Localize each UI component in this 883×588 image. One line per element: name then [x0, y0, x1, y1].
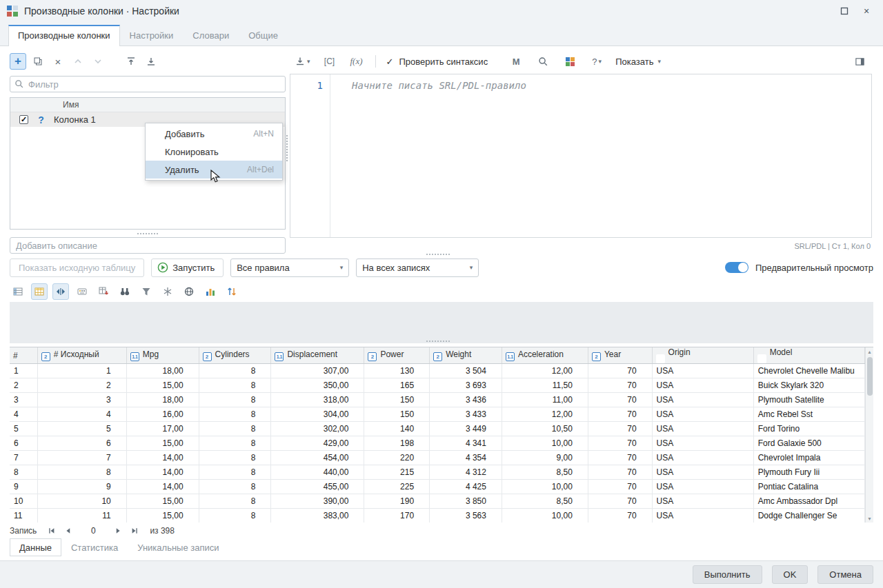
table-cell[interactable]: 3: [37, 393, 126, 407]
table-cell[interactable]: 15,00: [126, 509, 199, 523]
table-cell[interactable]: USA: [652, 436, 753, 451]
column-header[interactable]: 2Year: [588, 347, 652, 364]
table-cell[interactable]: 70: [588, 407, 652, 422]
table-cell[interactable]: 440,00: [271, 465, 364, 480]
table-cell[interactable]: 3 504: [430, 364, 502, 378]
table-cell[interactable]: 6: [10, 436, 37, 451]
check-syntax-button[interactable]: ✓ Проверить синтаксис: [386, 57, 488, 67]
table-row[interactable]: 7714,008454,002204 3549,0070USAChevrolet…: [10, 451, 865, 465]
decimals-settings-icon[interactable]: [159, 283, 176, 300]
table-cell[interactable]: 8: [199, 393, 271, 407]
table-cell[interactable]: 383,00: [271, 509, 364, 523]
table-cell[interactable]: 10: [37, 494, 126, 509]
column-header[interactable]: 1.1Acceleration: [502, 347, 588, 364]
code-editor[interactable]: 1 Начните писать SRL/PDL-правило: [290, 74, 872, 238]
table-cell[interactable]: USA: [652, 451, 753, 465]
close-icon[interactable]: ×: [857, 3, 876, 19]
tab-derived-columns[interactable]: Производные колонки: [8, 25, 120, 46]
filter-input[interactable]: [28, 79, 281, 90]
records-select[interactable]: На всех записях ▾: [356, 258, 479, 277]
comment-icon[interactable]: [C]: [321, 53, 338, 70]
field-list-icon[interactable]: [10, 283, 26, 300]
table-cell[interactable]: 10: [10, 494, 37, 509]
move-down-icon[interactable]: [90, 53, 106, 70]
table-cell[interactable]: 3 693: [430, 378, 502, 393]
table-cell[interactable]: 307,00: [271, 364, 364, 378]
table-cell[interactable]: USA: [652, 480, 753, 494]
table-cell[interactable]: Buick Skylark 320: [753, 378, 864, 393]
add-column-button[interactable]: +: [10, 53, 26, 70]
record-number[interactable]: 0: [78, 526, 108, 536]
table-cell[interactable]: 18,00: [126, 393, 199, 407]
table-cell[interactable]: 390,00: [271, 494, 364, 509]
table-cell[interactable]: Chevrolet Impala: [753, 451, 864, 465]
table-cell[interactable]: Amc Ambassador Dpl: [753, 494, 864, 509]
table-cell[interactable]: 150: [364, 407, 430, 422]
table-cell[interactable]: 70: [588, 364, 652, 378]
export-rules-icon[interactable]: [123, 53, 139, 70]
macros-icon[interactable]: M: [508, 53, 524, 70]
execute-button[interactable]: Выполнить: [693, 565, 762, 584]
data-grid-icon[interactable]: [31, 283, 48, 300]
table-cell[interactable]: 454,00: [271, 451, 364, 465]
column-header[interactable]: Origin: [652, 347, 753, 364]
table-cell[interactable]: 1: [10, 364, 37, 378]
table-cell[interactable]: 14,00: [126, 465, 199, 480]
insert-rule-icon[interactable]: ▾: [294, 53, 311, 70]
table-cell[interactable]: 4: [37, 407, 126, 422]
table-cell[interactable]: 70: [588, 480, 652, 494]
table-cell[interactable]: 11: [37, 509, 126, 523]
column-header[interactable]: 2Power: [364, 347, 430, 364]
table-cell[interactable]: 8: [199, 451, 271, 465]
table-cell[interactable]: 3 850: [430, 494, 502, 509]
table-cell[interactable]: 4 312: [430, 465, 502, 480]
table-cell[interactable]: 11,00: [502, 393, 588, 407]
description-input[interactable]: [16, 241, 279, 251]
table-cell[interactable]: 7: [37, 451, 126, 465]
table-cell[interactable]: 8: [10, 465, 37, 480]
table-row[interactable]: 101015,008390,001903 8508,5070USAAmc Amb…: [10, 494, 865, 509]
table-cell[interactable]: Plymouth Satellite: [753, 393, 864, 407]
maximize-icon[interactable]: [835, 3, 854, 19]
table-cell[interactable]: 8: [37, 465, 126, 480]
rules-select[interactable]: Все правила ▾: [230, 258, 349, 277]
table-cell[interactable]: 8,50: [502, 494, 588, 509]
table-cell[interactable]: 165: [364, 378, 430, 393]
table-cell[interactable]: 225: [364, 480, 430, 494]
scroll-up-icon[interactable]: ▲: [867, 347, 872, 356]
table-row[interactable]: 8814,008440,002154 3128,5070USAPlymouth …: [10, 465, 865, 480]
table-cell[interactable]: 304,00: [271, 407, 364, 422]
table-cell[interactable]: Chevrolet Chevelle Malibu: [753, 364, 864, 378]
delete-column-icon[interactable]: ×: [50, 53, 66, 70]
table-cell[interactable]: 70: [588, 494, 652, 509]
column-header[interactable]: 1.1Displacement: [271, 347, 364, 364]
table-cell[interactable]: 455,00: [271, 480, 364, 494]
table-cell[interactable]: 14,00: [126, 480, 199, 494]
table-cell[interactable]: 302,00: [271, 422, 364, 436]
table-cell[interactable]: 3: [10, 393, 37, 407]
expand-panel-icon[interactable]: [851, 53, 868, 70]
prev-record-icon[interactable]: [61, 525, 75, 537]
table-cell[interactable]: 150: [364, 393, 430, 407]
show-source-table-button[interactable]: Показать исходную таблицу: [10, 258, 144, 277]
table-cell[interactable]: Ford Galaxie 500: [753, 436, 864, 451]
column-header[interactable]: 1.1Mpg: [126, 347, 199, 364]
table-cell[interactable]: 8: [199, 422, 271, 436]
table-cell[interactable]: 12,00: [502, 407, 588, 422]
table-row[interactable]: 2215,008350,001653 69311,5070USABuick Sk…: [10, 378, 865, 393]
panel-resize-handle[interactable]: [137, 233, 158, 234]
table-cell[interactable]: 429,00: [271, 436, 364, 451]
web-view-icon[interactable]: [181, 283, 197, 300]
table-cell[interactable]: 7: [10, 451, 37, 465]
table-cell[interactable]: 14,00: [126, 451, 199, 465]
table-cell[interactable]: 70: [588, 393, 652, 407]
table-cell[interactable]: USA: [652, 422, 753, 436]
vertical-scrollbar[interactable]: ▲ ▼: [865, 347, 873, 523]
name-column-header[interactable]: Имя: [10, 98, 285, 112]
highlight-grid-icon[interactable]: [562, 53, 578, 70]
clone-column-icon[interactable]: [30, 53, 46, 70]
table-cell[interactable]: 140: [364, 422, 430, 436]
tab-dictionaries[interactable]: Словари: [183, 24, 239, 46]
last-record-icon[interactable]: [128, 525, 141, 537]
show-menu-button[interactable]: Показать ▾: [615, 57, 661, 67]
